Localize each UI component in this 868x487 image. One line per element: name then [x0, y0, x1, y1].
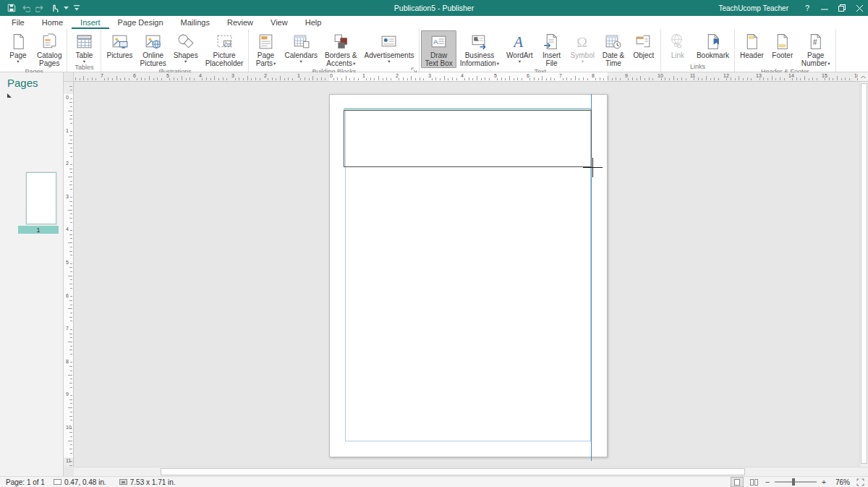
tab-view[interactable]: View — [262, 16, 297, 29]
vertical-scrollbar-thumb[interactable] — [861, 83, 867, 464]
advertisements-button[interactable]: Advertisements▾ — [361, 30, 418, 64]
tab-help[interactable]: Help — [297, 16, 331, 29]
page-indicator[interactable]: Page: 1 of 1 — [6, 478, 45, 486]
top-margin-guide — [344, 109, 592, 109]
dropdown-caret-icon: ▾ — [519, 59, 521, 63]
page-parts-button[interactable]: PageParts▾ — [250, 30, 281, 68]
customize-quick-access-icon[interactable] — [74, 5, 80, 12]
publication-canvas[interactable] — [74, 82, 859, 467]
object-size-indicator[interactable]: 7.53 x 1.71 in. — [115, 478, 180, 486]
page-number-button[interactable]: # PageNumber▾ — [798, 30, 834, 68]
ribbon-group-header-footer: Header Footer # PageNumber▾ Header & Foo… — [735, 29, 836, 72]
vertical-scrollbar[interactable] — [859, 82, 868, 467]
object-position-icon — [54, 479, 61, 485]
page-number-icon: # — [807, 33, 825, 51]
page-button[interactable]: Page▾ — [3, 30, 33, 64]
vertical-ruler[interactable]: 01234567891011 — [64, 82, 74, 467]
tab-insert[interactable]: Insert — [72, 16, 109, 29]
footer-icon — [773, 33, 791, 51]
dropdown-caret-icon: ▾ — [273, 61, 276, 66]
header-button[interactable]: Header — [736, 30, 767, 60]
header-icon — [743, 33, 761, 51]
text-box-outline[interactable] — [344, 110, 592, 167]
tab-home[interactable]: Home — [33, 16, 72, 29]
page-thumbnail-label[interactable]: 1 — [18, 226, 59, 234]
dropdown-caret-icon: ▾ — [497, 61, 499, 66]
business-information-button[interactable]: BusinessInformation▾ — [456, 30, 503, 68]
picture-placeholder-button[interactable]: PicturePlaceholder — [202, 30, 247, 68]
titlebar: Publication5 - Publisher TeachUcomp Teac… — [0, 0, 868, 16]
two-page-spread-view-button[interactable] — [747, 477, 760, 487]
wordart-button[interactable]: A WordArt▾ — [503, 30, 537, 64]
quick-access-toolbar — [0, 4, 80, 13]
undo-icon[interactable] — [21, 4, 30, 12]
dropdown-caret-icon: ▾ — [17, 59, 19, 63]
zoom-slider-thumb[interactable] — [792, 478, 795, 486]
draw-text-box-icon: A — [430, 33, 448, 51]
help-icon[interactable]: ? — [799, 0, 816, 16]
wordart-icon: A — [511, 33, 529, 51]
object-size-icon — [119, 479, 127, 485]
zoom-slider[interactable] — [775, 478, 817, 486]
horizontal-scrollbar[interactable] — [74, 467, 868, 476]
collapse-panel-icon[interactable] — [7, 93, 12, 98]
save-icon[interactable] — [7, 4, 16, 12]
collapse-ribbon-icon[interactable] — [858, 72, 868, 82]
fit-to-window-icon[interactable] — [856, 478, 865, 486]
catalog-pages-button[interactable]: CatalogPages — [33, 30, 65, 68]
tab-review[interactable]: Review — [218, 16, 262, 29]
tab-file[interactable]: File — [3, 16, 33, 29]
pages-panel: Pages 1 — [0, 72, 64, 476]
dropdown-caret-icon: ▾ — [388, 59, 390, 63]
touch-mouse-mode-icon[interactable] — [50, 4, 59, 13]
table-button[interactable]: Table▾ — [69, 30, 99, 64]
business-information-icon — [470, 33, 488, 51]
single-page-view-button[interactable] — [731, 477, 744, 487]
page-thumbnail[interactable] — [26, 172, 56, 224]
tab-page-design[interactable]: Page Design — [109, 16, 172, 29]
zoom-percent[interactable]: 76% — [831, 478, 850, 486]
zoom-in-icon[interactable]: + — [820, 478, 827, 486]
horizontal-ruler[interactable]: 7654321012345678910111213141516 — [74, 72, 858, 82]
status-bar: Page: 1 of 1 0.47, 0.48 in. 7.53 x 1.71 … — [0, 476, 868, 487]
building-blocks-dialog-launcher-icon[interactable] — [411, 64, 417, 70]
tab-mailings[interactable]: Mailings — [172, 16, 218, 29]
date-time-button[interactable]: Date &Time — [598, 30, 629, 68]
horizontal-scrollbar-thumb[interactable] — [161, 468, 745, 475]
account-name[interactable]: TeachUcomp Teacher — [718, 4, 788, 12]
close-icon[interactable] — [851, 0, 868, 16]
pictures-button[interactable]: Pictures — [103, 30, 136, 60]
object-position-indicator[interactable]: 0.47, 0.48 in. — [49, 478, 111, 486]
zoom-out-icon[interactable]: − — [764, 478, 771, 486]
ribbon: Page▾ CatalogPages Pages Table▾ Tables — [0, 29, 868, 72]
redo-icon[interactable] — [35, 4, 45, 12]
footer-button[interactable]: Footer — [767, 30, 798, 60]
symbol-button[interactable]: Ω Symbol▾ — [567, 30, 598, 64]
bookmark-icon — [704, 33, 722, 51]
page-parts-icon — [257, 33, 275, 51]
dropdown-caret-icon: ▾ — [184, 59, 187, 63]
restore-icon[interactable] — [833, 0, 851, 16]
draw-text-box-button[interactable]: A DrawText Box — [421, 30, 456, 68]
touch-mode-dropdown-icon[interactable] — [64, 7, 69, 10]
object-icon — [634, 33, 652, 51]
pages-panel-title: Pages — [0, 72, 63, 89]
dropdown-caret-icon: ▾ — [827, 61, 830, 66]
ribbon-tab-bar: File Home Insert Page Design Mailings Re… — [0, 16, 868, 29]
shapes-button[interactable]: Shapes▾ — [170, 30, 202, 64]
calendars-button[interactable]: Calendars▾ — [281, 30, 321, 64]
advertisements-icon — [380, 33, 398, 51]
ribbon-group-building-blocks: PageParts▾ Calendars▾ Borders &Accents▾ … — [249, 29, 420, 72]
online-pictures-button[interactable]: OnlinePictures — [137, 30, 170, 68]
shapes-icon — [176, 33, 195, 51]
borders-accents-button[interactable]: Borders &Accents▾ — [321, 30, 360, 68]
dropdown-caret-icon: ▾ — [353, 61, 355, 66]
group-label-links: Links — [663, 63, 733, 72]
link-button[interactable]: Link — [663, 30, 693, 60]
ribbon-group-tables: Table▾ Tables — [67, 29, 101, 72]
bookmark-button[interactable]: Bookmark — [693, 30, 733, 60]
object-button[interactable]: Object — [629, 30, 659, 60]
minimize-icon[interactable] — [816, 0, 833, 16]
insert-file-button[interactable]: InsertFile — [537, 30, 567, 68]
pictures-icon — [111, 33, 129, 51]
